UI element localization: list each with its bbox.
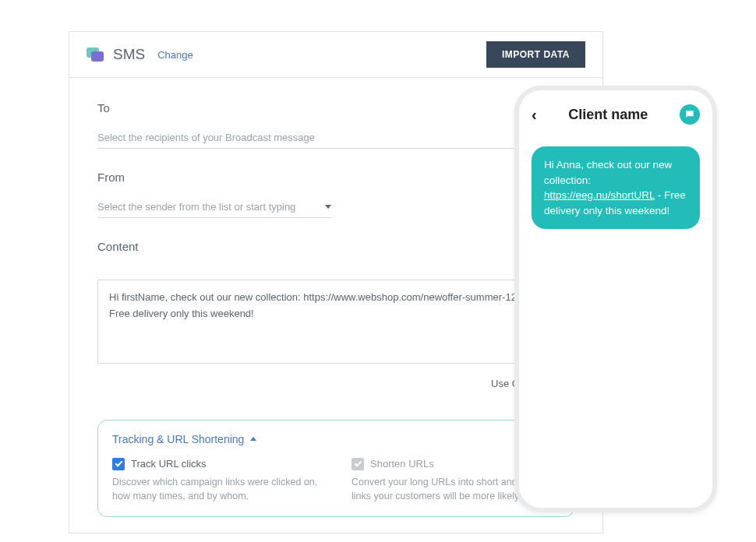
message-count: 2 Messag bbox=[97, 266, 574, 276]
track-clicks-checkbox[interactable] bbox=[112, 458, 125, 470]
from-label: From bbox=[97, 171, 574, 184]
from-input[interactable] bbox=[97, 201, 325, 213]
sms-icon bbox=[87, 48, 104, 62]
from-field-group: From bbox=[97, 171, 574, 218]
channel-title: SMS bbox=[113, 46, 145, 63]
content-textarea[interactable] bbox=[97, 280, 574, 364]
chevron-down-icon bbox=[325, 205, 331, 209]
to-input[interactable] bbox=[97, 127, 574, 149]
tracking-panel: Tracking & URL Shortening Track URL clic… bbox=[97, 420, 574, 518]
client-name-title: Client name bbox=[568, 107, 648, 123]
bubble-short-url[interactable]: https://eeg.nu/shortURL bbox=[544, 189, 655, 201]
bubble-text-pre: Hi Anna, check out our new collection: bbox=[544, 159, 672, 186]
import-data-button[interactable]: IMPORT DATA bbox=[486, 41, 585, 68]
change-channel-link[interactable]: Change bbox=[157, 49, 193, 61]
chevron-up-icon bbox=[250, 437, 256, 441]
charset-label: Use Character Set bbox=[97, 376, 574, 392]
content-label: Content bbox=[97, 240, 574, 253]
tracking-toggle[interactable]: Tracking & URL Shortening bbox=[112, 433, 560, 445]
content-field-group: Content 2 Messag Use Character Set Unico… bbox=[97, 240, 574, 409]
shorten-urls-checkbox[interactable] bbox=[352, 458, 364, 470]
from-select[interactable] bbox=[97, 196, 331, 218]
card-header: SMS Change IMPORT DATA bbox=[69, 32, 602, 78]
message-bubble: Hi Anna, check out our new collection: h… bbox=[532, 146, 700, 229]
track-clicks-label: Track URL clicks bbox=[131, 458, 207, 470]
tracking-title: Tracking & URL Shortening bbox=[112, 433, 244, 445]
to-label: To bbox=[97, 101, 574, 114]
charset-block: Use Character Set Unicode bbox=[97, 376, 574, 409]
phone-header: ‹ Client name bbox=[532, 104, 700, 125]
charset-value[interactable]: Unicode bbox=[97, 392, 574, 409]
track-clicks-option: Track URL clicks Discover which campaign… bbox=[112, 458, 320, 505]
phone-preview: ‹ Client name Hi Anna, check out our new… bbox=[514, 86, 717, 512]
to-field-group: To bbox=[97, 101, 574, 149]
track-clicks-desc: Discover which campaign links were click… bbox=[112, 475, 320, 505]
back-icon[interactable]: ‹ bbox=[532, 106, 537, 124]
chat-icon[interactable] bbox=[680, 104, 700, 125]
shorten-urls-label: Shorten URLs bbox=[370, 458, 434, 470]
